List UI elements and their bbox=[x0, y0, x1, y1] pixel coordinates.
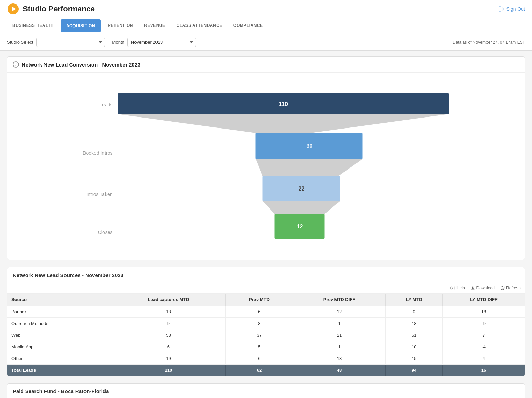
ly-mtd-diff-cell: 7 bbox=[443, 329, 525, 341]
total-lead-captures: 110 bbox=[111, 365, 225, 376]
download-button[interactable]: Download bbox=[471, 286, 495, 290]
lead-captures-mtd-cell: 58 bbox=[111, 329, 225, 341]
ly-mtd-diff-cell: 18 bbox=[443, 306, 525, 318]
prev-mtd-cell: 6 bbox=[226, 353, 293, 365]
month-select-group: Month November 2023 bbox=[112, 38, 196, 47]
source-cell: Other bbox=[7, 353, 111, 365]
total-label: Total Leads bbox=[7, 365, 111, 376]
table-row: Web 58 37 21 51 7 bbox=[7, 329, 525, 341]
svg-text:12: 12 bbox=[297, 224, 303, 229]
svg-text:Closes: Closes bbox=[98, 229, 113, 235]
svg-text:Booked Intros: Booked Intros bbox=[83, 150, 112, 156]
sign-out-icon bbox=[498, 6, 504, 12]
col-prev-mtd-diff: Prev MTD DIFF bbox=[293, 294, 385, 306]
svg-text:30: 30 bbox=[307, 143, 313, 149]
sign-out-label: Sign Out bbox=[506, 6, 525, 12]
svg-marker-9 bbox=[118, 114, 449, 133]
download-label: Download bbox=[476, 286, 495, 290]
studio-select-group: Studio Select bbox=[7, 38, 105, 47]
lead-sources-title: Network New Lead Sources - November 2023 bbox=[7, 267, 525, 283]
col-ly-mtd: LY MTD bbox=[386, 294, 443, 306]
svg-marker-15 bbox=[263, 201, 340, 214]
lead-captures-mtd-cell: 6 bbox=[111, 341, 225, 353]
table-row: Other 19 6 13 15 4 bbox=[7, 353, 525, 365]
prev-mtd-cell: 6 bbox=[226, 306, 293, 318]
tab-retention[interactable]: RETENTION bbox=[102, 19, 139, 33]
help-icon: i bbox=[450, 286, 455, 290]
paid-search-title: Paid Search Fund - Boca Raton-Florida bbox=[7, 384, 525, 398]
month-select[interactable]: November 2023 bbox=[127, 38, 196, 47]
total-prev-mtd: 62 bbox=[226, 365, 293, 376]
ly-mtd-cell: 18 bbox=[386, 318, 443, 329]
funnel-card: i Network New Lead Conversion - November… bbox=[7, 56, 525, 260]
tab-acquisition[interactable]: ACQUISITION bbox=[61, 19, 101, 32]
funnel-card-header: i Network New Lead Conversion - November… bbox=[7, 57, 525, 73]
tab-revenue[interactable]: REVENUE bbox=[139, 19, 171, 33]
studio-select[interactable] bbox=[36, 38, 105, 47]
ly-mtd-cell: 51 bbox=[386, 329, 443, 341]
prev-mtd-cell: 5 bbox=[226, 341, 293, 353]
lead-captures-mtd-cell: 18 bbox=[111, 306, 225, 318]
svg-rect-18 bbox=[471, 289, 474, 290]
table-row: Mobile App 6 5 1 10 -4 bbox=[7, 341, 525, 353]
svg-marker-12 bbox=[256, 159, 363, 176]
prev-mtd-diff-cell: 13 bbox=[293, 353, 385, 365]
funnel-title: Network New Lead Conversion - November 2… bbox=[22, 62, 140, 68]
main-content: i Network New Lead Conversion - November… bbox=[0, 51, 532, 398]
tab-business-health[interactable]: BUSINESS HEALTH bbox=[7, 19, 59, 33]
lead-sources-toolbar: i Help Download Refresh bbox=[7, 283, 525, 294]
app-logo bbox=[7, 3, 19, 15]
funnel-svg: Leads Booked Intros Intros Taken Closes … bbox=[18, 80, 514, 248]
prev-mtd-diff-cell: 1 bbox=[293, 318, 385, 329]
download-icon bbox=[471, 286, 475, 290]
ly-mtd-cell: 10 bbox=[386, 341, 443, 353]
ly-mtd-diff-cell: -4 bbox=[443, 341, 525, 353]
prev-mtd-cell: 37 bbox=[226, 329, 293, 341]
table-header-row: Source Lead captures MTD Prev MTD Prev M… bbox=[7, 294, 525, 306]
svg-text:22: 22 bbox=[299, 186, 305, 192]
total-prev-mtd-diff: 48 bbox=[293, 365, 385, 376]
tab-compliance[interactable]: COMPLIANCE bbox=[228, 19, 269, 33]
source-cell: Partner bbox=[7, 306, 111, 318]
total-row: Total Leads 110 62 48 94 16 bbox=[7, 365, 525, 376]
table-row: Partner 18 6 12 0 18 bbox=[7, 306, 525, 318]
source-cell: Outreach Methods bbox=[7, 318, 111, 329]
main-nav: BUSINESS HEALTH ACQUISITION RETENTION RE… bbox=[0, 18, 532, 34]
app-header: Studio Performance Sign Out bbox=[0, 0, 532, 18]
funnel-chart: Leads Booked Intros Intros Taken Closes … bbox=[7, 73, 525, 260]
lead-captures-mtd-cell: 9 bbox=[111, 318, 225, 329]
prev-mtd-diff-cell: 21 bbox=[293, 329, 385, 341]
refresh-label: Refresh bbox=[506, 286, 521, 290]
paid-search-card: Paid Search Fund - Boca Raton-Florida i … bbox=[7, 383, 525, 398]
help-label: Help bbox=[456, 286, 465, 290]
col-prev-mtd: Prev MTD bbox=[226, 294, 293, 306]
month-label: Month bbox=[112, 40, 124, 45]
total-ly-mtd-diff: 16 bbox=[443, 365, 525, 376]
col-source: Source bbox=[7, 294, 111, 306]
header-left: Studio Performance bbox=[7, 3, 95, 15]
col-lead-captures-mtd: Lead captures MTD bbox=[111, 294, 225, 306]
prev-mtd-diff-cell: 1 bbox=[293, 341, 385, 353]
tab-class-attendance[interactable]: CLASS ATTENDANCE bbox=[171, 19, 228, 33]
prev-mtd-diff-cell: 12 bbox=[293, 306, 385, 318]
source-cell: Web bbox=[7, 329, 111, 341]
controls-bar: Studio Select Month November 2023 Data a… bbox=[0, 34, 532, 51]
help-button[interactable]: i Help bbox=[450, 286, 465, 290]
data-as-of: Data as of November 27, 07:17am EST bbox=[453, 40, 525, 45]
refresh-icon bbox=[500, 286, 505, 290]
lead-captures-mtd-cell: 19 bbox=[111, 353, 225, 365]
app-title: Studio Performance bbox=[23, 4, 95, 13]
ly-mtd-diff-cell: 4 bbox=[443, 353, 525, 365]
lead-sources-table: Source Lead captures MTD Prev MTD Prev M… bbox=[7, 294, 525, 376]
svg-text:110: 110 bbox=[279, 101, 288, 107]
ly-mtd-cell: 0 bbox=[386, 306, 443, 318]
prev-mtd-cell: 8 bbox=[226, 318, 293, 329]
sign-out-button[interactable]: Sign Out bbox=[498, 6, 525, 12]
ly-mtd-diff-cell: -9 bbox=[443, 318, 525, 329]
ly-mtd-cell: 15 bbox=[386, 353, 443, 365]
svg-text:Leads: Leads bbox=[99, 102, 112, 108]
source-cell: Mobile App bbox=[7, 341, 111, 353]
refresh-button[interactable]: Refresh bbox=[500, 286, 521, 290]
funnel-info-icon[interactable]: i bbox=[13, 61, 19, 68]
svg-text:Intros Taken: Intros Taken bbox=[86, 192, 112, 197]
